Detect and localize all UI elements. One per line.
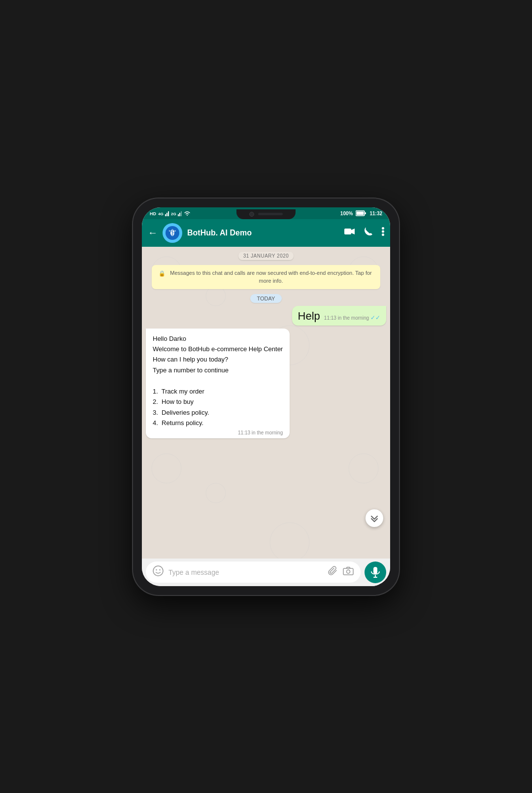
- voice-call-icon[interactable]: [364, 227, 373, 238]
- incoming-time: 11:13 in the morning: [238, 430, 283, 435]
- svg-rect-20: [343, 568, 353, 575]
- hd-indicator: HD: [150, 211, 156, 216]
- svg-point-17: [153, 566, 163, 576]
- menu-item-2: 2. How to buy: [153, 398, 194, 405]
- camera-icon[interactable]: [343, 566, 354, 578]
- battery-icon: [356, 210, 366, 217]
- menu-item-4: 4. Returns policy.: [153, 419, 203, 427]
- speaker: [258, 213, 283, 215]
- today-label: TODAY: [250, 294, 282, 303]
- network-4g: 4G: [158, 210, 169, 217]
- attachment-icon[interactable]: [328, 566, 338, 578]
- svg-point-19: [159, 569, 160, 570]
- svg-rect-6: [179, 213, 180, 216]
- menu-item-1: 1. Track my order: [153, 388, 204, 395]
- svg-rect-5: [178, 214, 179, 216]
- status-left: HD 4G 2G: [150, 210, 191, 217]
- more-options-icon[interactable]: [382, 227, 384, 238]
- outgoing-message-text: Help: [298, 310, 320, 323]
- svg-rect-10: [357, 211, 364, 215]
- message-input[interactable]: Type a message: [168, 568, 323, 576]
- back-button[interactable]: ←: [148, 227, 158, 238]
- read-receipt-icon: ✓✓: [370, 314, 380, 321]
- scroll-down-button[interactable]: [366, 509, 383, 527]
- contact-avatar[interactable]: bothub: [163, 223, 182, 243]
- svg-point-18: [156, 569, 157, 570]
- svg-rect-9: [365, 212, 366, 214]
- chat-header: ← bothub BotHub. AI Demo: [142, 219, 390, 247]
- svg-rect-13: [344, 229, 351, 234]
- header-action-icons: [344, 227, 384, 238]
- svg-rect-7: [181, 211, 182, 216]
- incoming-message-meta: 11:13 in the morning: [153, 430, 283, 435]
- svg-rect-2: [166, 213, 167, 216]
- status-right: 100% 11:32: [340, 210, 382, 217]
- old-date-label: 31 JANUARY 2020: [238, 252, 294, 260]
- contact-name: BotHub. AI Demo: [187, 229, 339, 237]
- svg-point-16: [382, 233, 384, 236]
- encryption-text: Messages to this chat and calls are now …: [168, 269, 373, 285]
- video-call-icon[interactable]: [344, 228, 355, 238]
- phone-screen: HD 4G 2G: [142, 207, 390, 586]
- svg-point-15: [382, 231, 384, 233]
- svg-point-21: [347, 570, 350, 573]
- svg-text:2G: 2G: [171, 212, 176, 216]
- outgoing-time: 11:13 in the morning: [324, 315, 369, 321]
- emoji-picker-icon[interactable]: [153, 565, 164, 579]
- battery-level: 100%: [340, 211, 353, 216]
- front-camera: [249, 212, 254, 217]
- voice-message-button[interactable]: [365, 562, 386, 583]
- message-outgoing-content: Help 11:13 in the morning ✓✓: [298, 310, 380, 323]
- input-bar: Type a message: [142, 559, 390, 586]
- svg-point-14: [382, 227, 384, 230]
- menu-item-3: 3. Deliveries policy.: [153, 409, 209, 416]
- wifi-icon: [184, 210, 191, 217]
- network-2g: 2G: [171, 210, 182, 217]
- chat-area-wrapper: 31 JANUARY 2020 🔒 Messages to this chat …: [142, 247, 390, 559]
- svg-text:4G: 4G: [158, 212, 164, 216]
- time-display: 11:32: [369, 211, 382, 216]
- phone-frame: HD 4G 2G: [133, 198, 399, 595]
- chat-messages: 31 JANUARY 2020 🔒 Messages to this chat …: [142, 247, 390, 559]
- outgoing-message-meta: 11:13 in the morning ✓✓: [324, 314, 380, 321]
- message-incoming-bot: Hello Darko Welcome to BotHub e-commerce…: [146, 329, 290, 439]
- message-outgoing-help: Help 11:13 in the morning ✓✓: [292, 306, 386, 326]
- svg-rect-22: [373, 567, 377, 574]
- svg-rect-1: [165, 214, 166, 216]
- encryption-notice[interactable]: 🔒 Messages to this chat and calls are no…: [152, 265, 380, 289]
- message-input-wrapper[interactable]: Type a message: [146, 562, 361, 583]
- svg-rect-3: [168, 211, 169, 216]
- lock-icon: 🔒: [159, 269, 166, 278]
- incoming-message-text: Hello Darko Welcome to BotHub e-commerce…: [153, 333, 283, 429]
- phone-notch: [236, 209, 296, 219]
